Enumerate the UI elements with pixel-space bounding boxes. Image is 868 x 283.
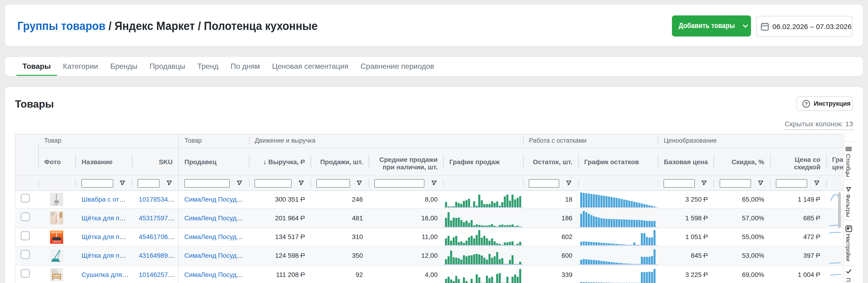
svg-text:?: ? [805, 101, 808, 106]
